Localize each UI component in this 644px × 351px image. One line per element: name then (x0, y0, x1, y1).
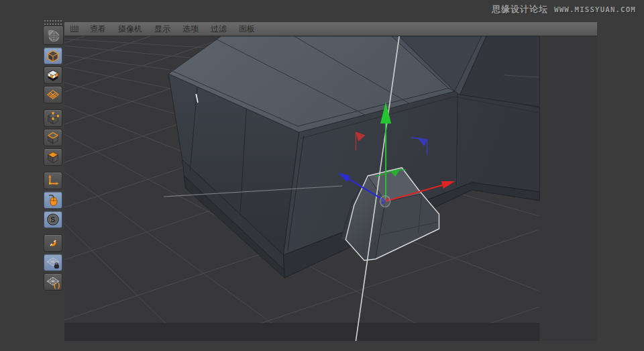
palette-grip-handle[interactable] (44, 20, 62, 25)
tweak-mode-icon (46, 193, 60, 207)
tool-workplane-mode-button[interactable] (44, 273, 62, 291)
viewport-menu-item-0[interactable]: 查看 (84, 22, 112, 36)
app-window: 思缘设计论坛 WWW.MISSYUAN.COM 查看摄像机显示选项过滤面板 透视… (0, 0, 644, 351)
workplane-mode-icon (46, 274, 60, 289)
watermark-url: WWW.MISSYUAN.COM (554, 5, 636, 14)
viewport-menu-item-1[interactable]: 摄像机 (112, 22, 148, 36)
model-mode-icon (46, 48, 60, 63)
watermark-forum-name: 思缘设计论坛 (492, 4, 548, 14)
perspective-viewport[interactable]: 查看摄像机显示选项过滤面板 透视视图 (64, 22, 597, 341)
tool-snap-mode-button[interactable] (44, 211, 62, 228)
tool-object-axis-mode-button[interactable] (44, 172, 62, 189)
workplane-lock-icon (46, 255, 60, 270)
tool-polygons-mode-button[interactable] (44, 148, 62, 166)
tool-texture-axis-mode-button[interactable] (44, 86, 62, 103)
tool-edges-mode-button[interactable] (44, 129, 62, 146)
object-axis-mode-icon (46, 173, 60, 188)
edges-mode-icon (46, 130, 60, 145)
tool-workplane-lock-button[interactable] (44, 254, 62, 271)
texture-mode-icon (46, 68, 60, 83)
tool-texture-mode-button[interactable] (44, 66, 62, 84)
floor-far-band (64, 323, 539, 341)
viewport-menu-item-2[interactable]: 显示 (148, 22, 176, 36)
watermark: 思缘设计论坛 WWW.MISSYUAN.COM (492, 3, 636, 15)
viewport-canvas[interactable] (64, 36, 597, 341)
points-mode-icon (46, 111, 60, 126)
magnet-icon (46, 236, 60, 250)
polygons-mode-icon (46, 150, 60, 164)
tool-make-editable-button[interactable] (43, 26, 64, 45)
make-editable-icon (46, 28, 61, 43)
tool-magnet-button[interactable] (44, 234, 62, 252)
viewport-menu-item-5[interactable]: 面板 (233, 22, 261, 36)
tool-tweak-mode-button[interactable] (44, 191, 62, 209)
tool-palette (43, 20, 64, 293)
tool-model-mode-button[interactable] (44, 47, 62, 64)
tool-points-mode-button[interactable] (44, 109, 62, 127)
viewport-menu-item-4[interactable]: 过滤 (205, 22, 233, 36)
viewport-menubar: 查看摄像机显示选项过滤面板 (64, 22, 597, 36)
viewport-menu-grid-icon[interactable] (70, 26, 78, 32)
snap-mode-icon (46, 212, 60, 227)
texture-axis-mode-icon (46, 87, 60, 102)
gizmo-origin[interactable] (380, 196, 390, 207)
viewport-menu-item-3[interactable]: 选项 (176, 22, 205, 36)
